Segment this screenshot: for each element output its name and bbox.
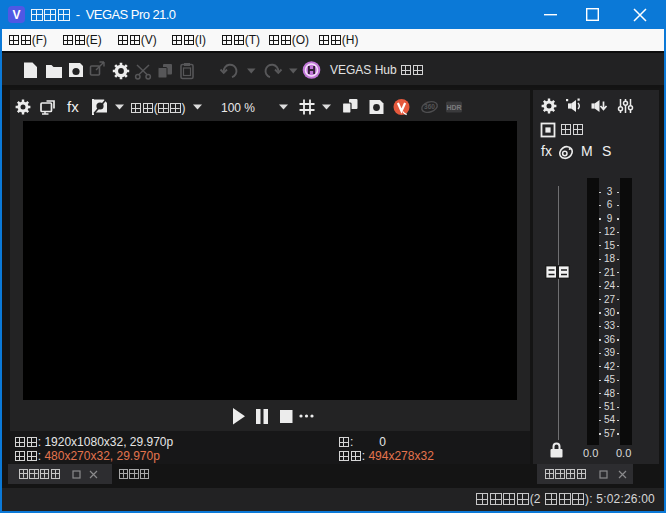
svg-text:360: 360 xyxy=(424,103,435,110)
svg-text:HDR: HDR xyxy=(446,104,461,111)
